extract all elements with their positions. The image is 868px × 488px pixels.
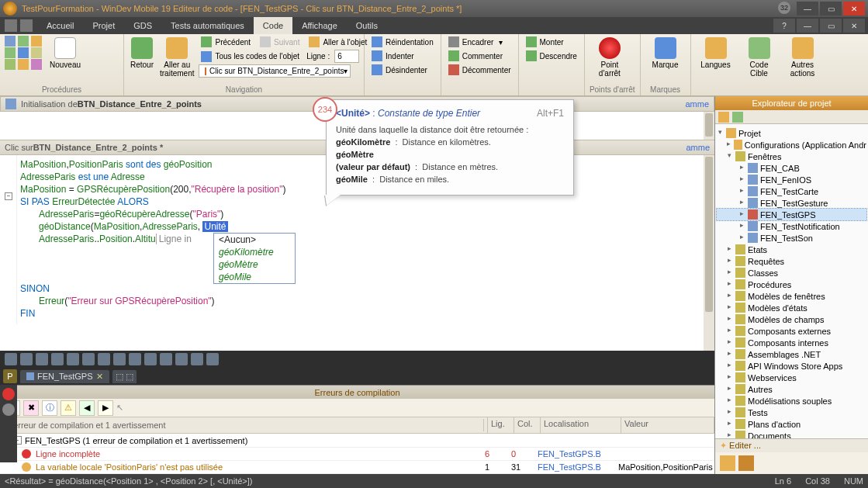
ribbon-icon[interactable]: [5, 36, 16, 47]
menu-accueil[interactable]: Accueil: [37, 17, 83, 34]
ribbon-icon[interactable]: [5, 59, 16, 70]
col-val[interactable]: Valeur: [621, 417, 714, 433]
menu-gds[interactable]: GDS: [124, 17, 161, 34]
tree-item[interactable]: ▸Webservices: [717, 372, 866, 383]
tree-item[interactable]: ▸FEN_FenIOS: [717, 174, 866, 185]
comment-button[interactable]: Commenter: [446, 50, 514, 62]
col-col[interactable]: Col.: [514, 417, 541, 433]
tree-item[interactable]: ▸Modélisations souples: [717, 395, 866, 407]
autocomplete-popup[interactable]: <Aucun> géoKilomètre géoMètre géoMile: [213, 233, 296, 284]
tb-icon[interactable]: [206, 353, 219, 365]
tab-fen-testgps[interactable]: FEN_TestGPS✕: [20, 370, 109, 383]
all-codes-button[interactable]: Tous les codes de l'objet: [199, 50, 302, 63]
breakpoint-button[interactable]: Point d'arrêt: [590, 36, 630, 79]
tb-icon[interactable]: [160, 353, 172, 365]
tree-item[interactable]: ▸Procédures: [717, 279, 866, 290]
add-icon[interactable]: [2, 403, 15, 416]
ribbon-icon[interactable]: [18, 47, 29, 58]
ribbon-icon[interactable]: [18, 59, 29, 70]
tree-item[interactable]: ▸Documents: [717, 430, 866, 438]
prev-button[interactable]: Précédent: [199, 36, 253, 48]
reindent-button[interactable]: Réindentation: [369, 36, 436, 48]
down-button[interactable]: Descendre: [524, 50, 579, 62]
tb-icon[interactable]: [191, 353, 203, 365]
tab-close-icon[interactable]: ✕: [96, 372, 103, 382]
tree-item[interactable]: ▸FEN_TestSon: [717, 232, 866, 244]
ribbon-icon[interactable]: [31, 47, 42, 58]
maximize-button[interactable]: ▭: [820, 2, 842, 16]
col-loc[interactable]: Localisation: [541, 417, 621, 433]
err-filter-icon[interactable]: ⚠: [61, 400, 76, 416]
tree-item-selected[interactable]: ▸FEN_TestGPS: [717, 209, 866, 220]
uncomment-button[interactable]: Décommenter: [446, 64, 514, 76]
ribbon-icon[interactable]: [18, 36, 29, 47]
otheractions-button[interactable]: Autres actions: [783, 36, 823, 79]
menu-icon[interactable]: [5, 19, 17, 32]
menu-icon[interactable]: [20, 19, 33, 32]
col-lig[interactable]: Lig.: [488, 417, 514, 433]
tree[interactable]: ▾Projet ▸Configurations (Application And…: [715, 124, 868, 438]
langues-button[interactable]: Langues: [696, 36, 736, 71]
tree-item[interactable]: ▸Classes: [717, 267, 866, 279]
err-filter-icon[interactable]: ◀: [79, 400, 95, 416]
tree-item[interactable]: ▸Requêtes: [717, 255, 866, 267]
err-filter-icon[interactable]: ▶: [98, 400, 113, 416]
tab-project[interactable]: P: [3, 369, 17, 383]
close-button[interactable]: ✕: [843, 2, 865, 16]
menu-outils[interactable]: Outils: [347, 17, 387, 34]
tree-item[interactable]: ▸Composants externes: [717, 325, 866, 337]
tree-item[interactable]: ▸Etats: [717, 244, 866, 255]
error-group[interactable]: ▾− FEN_TestGPS (1 erreur de compilation …: [0, 434, 714, 448]
link[interactable]: amme: [685, 99, 709, 109]
tb-icon[interactable]: [51, 353, 64, 365]
mdi-max-button[interactable]: ▭: [820, 19, 842, 33]
tb-icon[interactable]: [129, 353, 141, 365]
search-icon[interactable]: [720, 455, 735, 471]
goto-treatment-button[interactable]: Aller au traitement: [158, 36, 195, 79]
tree-item[interactable]: ▸Modèles d'états: [717, 302, 866, 313]
tab-extra[interactable]: ⬚ ⬚: [112, 370, 137, 383]
tree-item[interactable]: ▸Modèles de fenêtres: [717, 290, 866, 302]
fold-icon[interactable]: −: [5, 192, 12, 200]
indent-button[interactable]: Indenter: [369, 50, 436, 62]
tb-icon[interactable]: [67, 353, 79, 365]
new-button[interactable]: Nouveau: [45, 36, 85, 71]
tree-item[interactable]: ▸FEN_TestGesture: [717, 197, 866, 209]
ac-item[interactable]: géoMètre: [214, 258, 295, 271]
proc-combo[interactable]: Clic sur BTN_Distance_Entre_2_points▾: [199, 64, 351, 78]
menu-projet[interactable]: Projet: [83, 17, 124, 34]
tb-icon[interactable]: [36, 353, 48, 365]
back-button[interactable]: Retour: [129, 36, 155, 71]
tree-item[interactable]: ▸Composants internes: [717, 337, 866, 348]
error-row[interactable]: Ligne incomplète 6 0 FEN_TestGPS.B: [0, 448, 714, 461]
codecible-button[interactable]: Code Cible: [739, 36, 780, 79]
line-combo[interactable]: 6: [334, 50, 359, 63]
tb-icon[interactable]: [113, 353, 126, 365]
mdi-min-button[interactable]: —: [797, 19, 818, 33]
err-filter-icon[interactable]: ✖: [23, 400, 39, 416]
deindent-button[interactable]: Désindenter: [369, 64, 436, 76]
tree-item[interactable]: ▸FEN_CAB: [717, 162, 866, 174]
frame-button[interactable]: Encadrer ▾: [446, 36, 514, 48]
mdi-close-button[interactable]: ✕: [843, 19, 865, 33]
menu-tests[interactable]: Tests automatiques: [161, 17, 254, 34]
tb-icon[interactable]: [82, 353, 95, 365]
ribbon-icon[interactable]: [31, 36, 42, 47]
tree-item[interactable]: ▸Autres: [717, 383, 866, 395]
ribbon-icon[interactable]: [31, 59, 42, 70]
menu-code[interactable]: Code: [254, 17, 292, 34]
menu-affichage[interactable]: Affichage: [292, 17, 347, 34]
next-button[interactable]: Suivant: [258, 36, 302, 48]
tb-icon[interactable]: [20, 353, 33, 365]
up-button[interactable]: Monter: [524, 36, 579, 48]
ac-item[interactable]: géoKilomètre: [214, 246, 295, 258]
tree-item[interactable]: ▸FEN_TestCarte: [717, 185, 866, 197]
help-button[interactable]: ?: [773, 19, 795, 33]
tree-item[interactable]: ▸FEN_TestNotification: [717, 220, 866, 232]
tree-item[interactable]: ▸Modèles de champs: [717, 313, 866, 325]
goto-object-button[interactable]: Aller à l'objet: [306, 36, 369, 48]
tb-icon[interactable]: [5, 353, 17, 365]
ac-item[interactable]: géoMile: [214, 271, 295, 283]
error-row[interactable]: La variable locale 'PositionParis' n'est…: [0, 461, 714, 474]
ribbon-icon[interactable]: [5, 47, 16, 58]
